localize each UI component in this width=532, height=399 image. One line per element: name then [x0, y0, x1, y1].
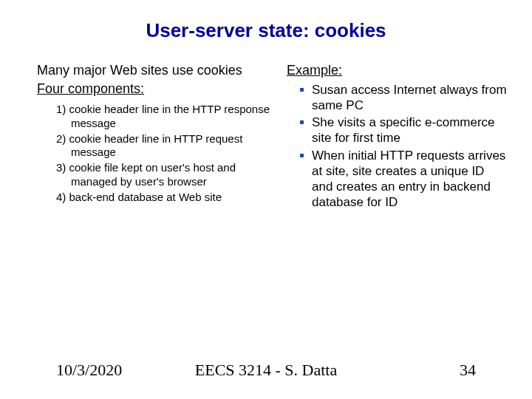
- footer-course: EECS 3214 - S. Datta: [0, 361, 532, 380]
- left-column: Many major Web sites use cookies Four co…: [37, 62, 273, 205]
- component-2: 2) cookie header line in HTTP request me…: [56, 132, 273, 160]
- example-item-2: She visits a specific e-commerce site fo…: [287, 115, 508, 146]
- component-1: 1) cookie header line in the HTTP respon…: [56, 103, 273, 131]
- example-list: Susan access Internet always from same P…: [287, 82, 508, 211]
- component-4: 4) back-end database at Web site: [56, 191, 273, 205]
- lead-text: Many major Web sites use cookies: [37, 62, 273, 79]
- example-heading: Example:: [287, 62, 508, 79]
- footer-page: 34: [460, 361, 476, 380]
- component-3: 3) cookie file kept on user's host and m…: [56, 161, 273, 189]
- slide: User-server state: cookies Many major We…: [0, 0, 532, 399]
- footer: 10/3/2020 EECS 3214 - S. Datta 34: [0, 361, 532, 380]
- components-list: 1) cookie header line in the HTTP respon…: [56, 103, 273, 204]
- example-item-1: Susan access Internet always from same P…: [287, 82, 508, 114]
- slide-title: User-server state: cookies: [0, 19, 532, 42]
- right-column: Example: Susan access Internet always fr…: [287, 62, 508, 212]
- example-item-3: When initial HTTP requests arrives at si…: [287, 148, 508, 211]
- four-components-heading: Four components:: [37, 81, 273, 98]
